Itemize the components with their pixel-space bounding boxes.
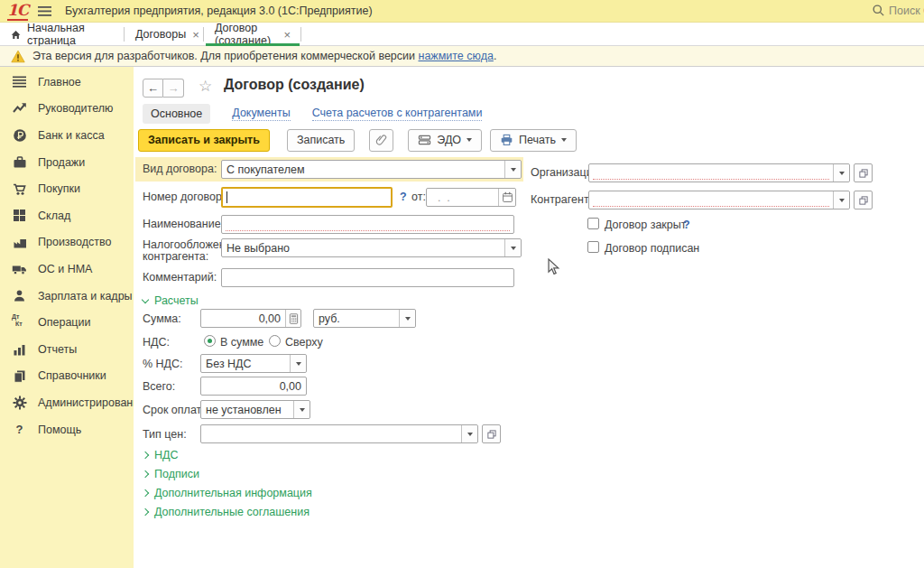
attachments-button[interactable] <box>369 129 393 152</box>
sidebar: Главное Руководителю Банк и касса Продаж… <box>0 67 134 568</box>
favorite-star-icon[interactable]: ☆ <box>199 77 212 96</box>
number-label: Номер договора: <box>143 191 231 203</box>
nav-osnovnoe[interactable]: Основное <box>143 104 210 124</box>
vat-on-top-radio[interactable] <box>269 335 281 347</box>
banner-link[interactable]: нажмите сюда <box>418 50 493 62</box>
forward-button[interactable]: → <box>163 79 184 98</box>
sidebar-item-administrirovanie[interactable]: Администрирование <box>0 389 134 416</box>
dropdown-button[interactable] <box>290 355 306 372</box>
sidebar-item-pokupki[interactable]: Покупки <box>0 175 134 202</box>
tab-home[interactable]: Начальная страница <box>0 23 125 45</box>
close-icon[interactable]: × <box>283 29 291 41</box>
edo-button[interactable]: ЭДО <box>408 129 482 152</box>
main-menu-icon[interactable] <box>38 5 51 20</box>
dropdown-button[interactable] <box>293 401 310 418</box>
sidebar-item-glavnoe[interactable]: Главное <box>0 69 134 96</box>
close-icon[interactable]: × <box>192 29 199 41</box>
section-nds[interactable]: НДС <box>143 449 179 461</box>
chevron-down-icon <box>839 199 845 202</box>
sidebar-item-os-i-nma[interactable]: ОС и НМА <box>0 256 134 283</box>
section-dop-informaciya[interactable]: Дополнительная информация <box>143 487 312 499</box>
sum-input[interactable]: 0,00 <box>200 309 301 328</box>
paperclip-icon <box>375 134 388 146</box>
tax-label-line2: контрагента: <box>143 250 208 263</box>
contract-number-input[interactable] <box>221 187 393 208</box>
sidebar-item-bank-i-kassa[interactable]: Банк и касса <box>0 122 134 149</box>
books-icon <box>12 368 27 384</box>
number-help-icon[interactable]: ? <box>400 191 407 203</box>
tab-dogovor-create[interactable]: Договор (создание) × <box>204 23 301 45</box>
chevron-down-icon <box>467 433 473 436</box>
organization-combobox[interactable] <box>588 163 850 182</box>
section-dop-soglasheniya[interactable]: Дополнительные соглашения <box>143 506 310 518</box>
kind-combobox[interactable]: С покупателем <box>221 160 522 179</box>
sidebar-item-operacii[interactable]: Дт Кт Операции <box>0 309 134 336</box>
counterparty-open-button[interactable] <box>854 191 873 210</box>
section-podpisi[interactable]: Подписи <box>143 468 199 480</box>
tab-dogovory[interactable]: Договоры × <box>125 23 204 45</box>
contract-name-input[interactable] <box>221 215 514 234</box>
price-type-open-button[interactable] <box>482 424 501 443</box>
comment-input[interactable] <box>221 268 514 287</box>
sidebar-label: Зарплата и кадры <box>38 290 133 303</box>
vat-rate-combobox[interactable]: Без НДС <box>200 354 307 373</box>
counterparty-combobox[interactable] <box>588 191 850 210</box>
nav-scheta-raschetov[interactable]: Счета расчетов с контрагентами <box>312 107 483 121</box>
tab-home-label: Начальная страница <box>27 22 114 47</box>
tax-combobox[interactable]: Не выбрано <box>221 238 522 257</box>
app-title: Бухгалтерия предприятия, редакция 3.0 (1… <box>65 5 373 17</box>
dropdown-button[interactable] <box>833 191 849 209</box>
contract-signed-checkbox[interactable] <box>587 241 599 253</box>
back-button[interactable]: ← <box>143 79 163 98</box>
vat-in-sum-label[interactable]: В сумме <box>220 336 263 349</box>
contract-date-input[interactable]: . . <box>426 188 516 207</box>
nav-dokumenty[interactable]: Документы <box>232 107 290 121</box>
sidebar-item-rukovoditelyu[interactable]: Руководителю <box>0 96 134 123</box>
mouse-cursor <box>547 258 562 278</box>
sidebar-item-zarplata-i-kadry[interactable]: Зарплата и кадры <box>0 283 134 310</box>
sidebar-item-otchety[interactable]: Отчеты <box>0 336 134 363</box>
vat-in-sum-radio[interactable] <box>204 335 216 347</box>
dropdown-button[interactable] <box>833 164 849 182</box>
calendar-button[interactable] <box>498 189 515 206</box>
dropdown-button[interactable] <box>504 161 521 178</box>
dropdown-button[interactable] <box>461 425 477 442</box>
sidebar-item-spravochniki[interactable]: Справочники <box>0 363 134 390</box>
gear-icon <box>12 395 27 410</box>
calculator-button[interactable] <box>285 310 300 327</box>
warning-icon <box>11 50 25 63</box>
total-input[interactable]: 0,00 <box>200 377 307 396</box>
sidebar-label: Продажи <box>38 156 85 169</box>
save-close-button[interactable]: Записать и закрыть <box>138 129 270 152</box>
sidebar-item-proizvodstvo[interactable]: Производство <box>0 229 134 256</box>
section-raschety[interactable]: Расчеты <box>143 294 199 307</box>
person-icon <box>12 288 27 303</box>
required-marker <box>226 230 510 231</box>
command-bar: Записать и закрыть Записать ЭДО Печать <box>138 128 577 152</box>
sidebar-item-pomosch[interactable]: ? Помощь <box>0 416 134 443</box>
chevron-down-icon <box>839 172 845 175</box>
price-type-combobox[interactable] <box>200 424 478 443</box>
chevron-down-icon <box>467 138 472 142</box>
contract-signed-label[interactable]: Договор подписан <box>605 242 699 255</box>
dropdown-button[interactable] <box>504 239 521 256</box>
chevron-down-icon <box>405 317 411 321</box>
save-button[interactable]: Записать <box>287 129 355 152</box>
bar-chart-icon <box>12 341 27 357</box>
dropdown-button[interactable] <box>399 310 415 327</box>
1c-logo[interactable]: 1С <box>7 2 28 21</box>
print-button[interactable]: Печать <box>490 129 577 152</box>
required-marker <box>593 206 829 207</box>
sidebar-label: Помощь <box>38 424 81 436</box>
chevron-down-icon <box>296 362 301 366</box>
due-combobox[interactable]: не установлен <box>200 400 310 419</box>
organization-open-button[interactable] <box>854 163 873 182</box>
global-search[interactable]: Поиск Ct <box>872 4 924 17</box>
closed-help-icon[interactable]: ? <box>683 219 690 231</box>
vat-on-top-label[interactable]: Сверху <box>285 336 323 349</box>
sidebar-item-sklad[interactable]: Склад <box>0 202 134 229</box>
contract-closed-checkbox[interactable] <box>587 218 599 229</box>
sidebar-item-prodazhi[interactable]: Продажи <box>0 149 134 176</box>
currency-combobox[interactable]: руб. <box>313 309 416 328</box>
contract-closed-label[interactable]: Договор закрыт <box>605 219 687 231</box>
